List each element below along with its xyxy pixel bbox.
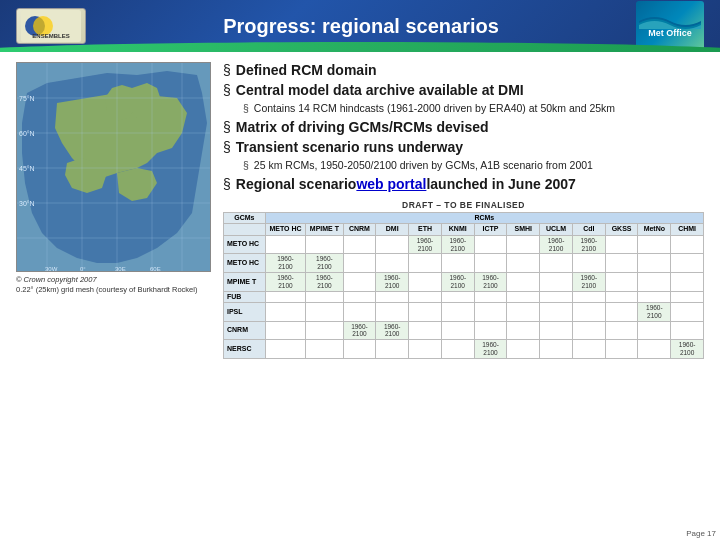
matrix-cell: 1960- 2100 [572,272,605,291]
matrix-cell [638,235,671,254]
col-meto-hc: METO HC [265,224,306,235]
svg-text:ENSEMBLES: ENSEMBLES [32,33,69,39]
matrix-cell [265,291,306,302]
matrix-cell [605,235,638,254]
web-portal-link[interactable]: web portal [356,176,426,192]
matrix-cell [605,321,638,340]
matrix-cell [376,291,409,302]
matrix-cell [306,321,343,340]
col-knmi: KNMI [441,224,474,235]
matrix-cell [671,254,704,273]
matrix-cell [343,235,376,254]
matrix-cell [638,254,671,273]
bullet-list: Defined RCM domain Central model data ar… [223,62,704,192]
matrix-cell: 1960- 2100 [638,302,671,321]
matrix-cell [540,321,573,340]
matrix-cell [507,302,540,321]
matrix-cell [507,291,540,302]
matrix-cell [507,321,540,340]
col-uclm: UCLM [540,224,573,235]
matrix-cell [605,291,638,302]
matrix-cell [507,235,540,254]
bullet-5-text-before: Regional scenario [236,176,357,192]
matrix-cell [306,235,343,254]
matrix-cell [671,321,704,340]
ensemble-logo: ENSEMBLES [16,8,86,44]
main-content: 75°N 60°N 45°N 30°N 30W 0° 30E 60E © Cro… [0,52,720,540]
col-metno: MetNo [638,224,671,235]
matrix-cell [343,302,376,321]
table-row: METO HC1960- 21001960- 2100 [224,254,704,273]
matrix-cell: 1960- 2100 [441,272,474,291]
matrix-cell [671,235,704,254]
matrix-cell [441,291,474,302]
col-dmi: DMI [376,224,409,235]
matrix-cell [376,340,409,359]
bullet-4: Transient scenario runs underway [223,139,704,155]
matrix-cell [376,254,409,273]
matrix-cell [343,272,376,291]
matrix-cell [572,254,605,273]
matrix-cell [343,291,376,302]
gcm-label-header [224,224,266,235]
matrix-cell [376,302,409,321]
matrix-cell [474,302,507,321]
gcm-row-label: IPSL [224,302,266,321]
matrix-cell [572,291,605,302]
matrix-cell: 1960- 2100 [409,235,442,254]
matrix-cell [306,302,343,321]
page-title: Progress: regional scenarios [223,15,499,38]
map-image: 75°N 60°N 45°N 30°N 30W 0° 30E 60E [16,62,211,272]
matrix-cell: 1960- 2100 [540,235,573,254]
gcm-row-label: FUB [224,291,266,302]
matrix-cell [638,340,671,359]
matrix-cell [638,321,671,340]
matrix-cell: 1960- 2100 [376,321,409,340]
matrix-cell [671,302,704,321]
svg-text:45°N: 45°N [19,165,35,172]
matrix-cell [441,340,474,359]
matrix-cell [474,235,507,254]
svg-text:30W: 30W [45,266,58,272]
gcm-rcm-matrix: GCMs RCMs METO HC MPIME T CNRM DMI ETH K… [223,212,704,359]
matrix-cell [376,235,409,254]
bullet-5-text-after: launched in June 2007 [426,176,575,192]
matrix-cell: 1960- 2100 [265,272,306,291]
matrix-cell: 1960- 2100 [343,321,376,340]
matrix-cell [540,340,573,359]
matrix-cell: 1960- 2100 [376,272,409,291]
matrix-cell [540,291,573,302]
matrix-cell [409,321,442,340]
matrix-cell [265,321,306,340]
header: ENSEMBLES Progress: regional scenarios M… [0,0,720,52]
matrix-cell [265,235,306,254]
bullet-2-text: Central model data archive available at … [236,82,524,98]
metoffice-logo: Met Office [636,1,704,51]
bullet-4-sub: 25 km RCMs, 1950-2050/2100 driven by GCM… [243,159,704,171]
matrix-cell [572,302,605,321]
matrix-table-area: DRAFT – TO BE FINALISED GCMs RCMs METO H… [223,200,704,359]
matrix-cell [671,291,704,302]
matrix-cell: 1960- 2100 [671,340,704,359]
page-number: Page 17 [686,529,716,538]
matrix-cell: 1960- 2100 [572,235,605,254]
matrix-cell [265,302,306,321]
svg-text:0°: 0° [80,266,86,272]
map-caption: © Crown copyright 2007 0.22° (25km) grid… [16,275,211,295]
matrix-cell [507,340,540,359]
matrix-cell [474,321,507,340]
col-cdi: CdI [572,224,605,235]
matrix-cell [474,254,507,273]
bullet-5: Regional scenario web portal launched in… [223,176,704,192]
svg-text:30E: 30E [115,266,126,272]
gcm-row-label: CNRM [224,321,266,340]
table-row: NERSC1960- 21001960- 2100 [224,340,704,359]
matrix-cell [409,302,442,321]
table-title: DRAFT – TO BE FINALISED [223,200,704,210]
matrix-cell [441,302,474,321]
bullet-1: Defined RCM domain [223,62,704,78]
matrix-cell [572,321,605,340]
col-mpime-t: MPIME T [306,224,343,235]
matrix-cell [540,302,573,321]
table-row: CNRM1960- 21001960- 2100 [224,321,704,340]
